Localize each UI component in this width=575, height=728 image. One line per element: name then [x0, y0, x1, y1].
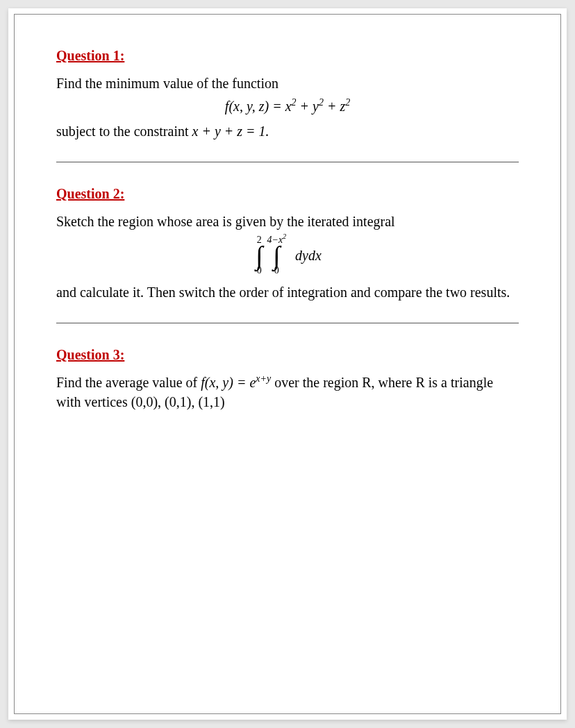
question-2-title: Question 2: — [56, 186, 519, 202]
question-3-function: f(x, y) = ex+y — [201, 375, 271, 390]
page-inner: Question 1: Find the minimum value of th… — [14, 14, 561, 714]
outer-lower-limit: 0 — [257, 266, 262, 276]
integral-symbol-1: ∫ — [256, 244, 262, 267]
question-1-title: Question 1: — [56, 48, 519, 64]
question-1-constraint: x + y + z = 1. — [192, 124, 269, 139]
integral-symbol-2: ∫ — [273, 244, 280, 267]
question-3-title: Question 3: — [56, 347, 519, 363]
question-3-line1: Find the average value of f(x, y) = ex+y… — [56, 373, 519, 412]
question-1-line2-prefix: subject to the constraint — [56, 124, 192, 139]
question-1-equation: f(x, y, z) = x2 + y2 + z2 — [56, 99, 519, 115]
question-3-prefix: Find the average value of — [56, 375, 201, 390]
inner-lower-limit: 0 — [274, 266, 279, 276]
question-1-line1: Find the minimum value of the function — [56, 74, 519, 93]
question-2-line2: and calculate it. Then switch the order … — [56, 282, 519, 302]
divider-1 — [56, 162, 519, 162]
outer-integral: 2 ∫ 0 — [256, 235, 262, 276]
integrand: dydx — [295, 248, 322, 264]
question-1-line2: subject to the constraint x + y + z = 1. — [56, 121, 519, 141]
inner-integral: 4−x2 ∫ 0 — [267, 235, 287, 276]
question-2-integral: 2 ∫ 0 4−x2 ∫ 0 dydx — [56, 235, 519, 276]
divider-2 — [56, 323, 519, 323]
question-2-line1: Sketch the region whose area is given by… — [56, 212, 519, 231]
page-outer: Question 1: Find the minimum value of th… — [8, 8, 567, 720]
